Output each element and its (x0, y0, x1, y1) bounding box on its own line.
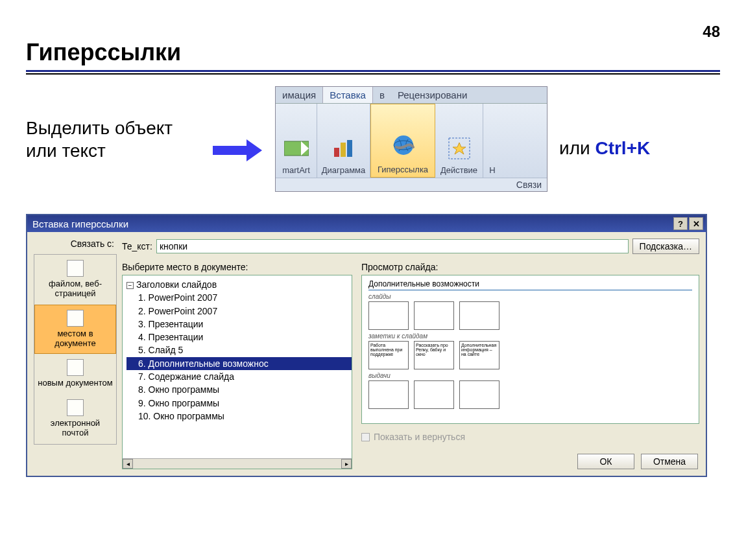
tree-item[interactable]: 1. PowerPoint 2007 (126, 291, 352, 304)
help-button[interactable]: ? (673, 217, 688, 230)
ribbon-tab-review[interactable]: Рецензировани (391, 87, 474, 103)
text-label: Те_кст: (122, 241, 152, 251)
tree-item[interactable]: 5. Слайд 5 (126, 344, 352, 356)
ribbon-btn-chart[interactable]: Диаграмма (317, 104, 370, 178)
preview-section-slides: слайды (368, 293, 692, 300)
ribbon-btn-extra[interactable]: Н (483, 104, 501, 178)
ribbon-tab-animation[interactable]: имация (276, 87, 322, 103)
extra-icon (479, 135, 505, 161)
close-button[interactable]: ✕ (689, 217, 703, 230)
preview-label: Просмотр слайда: (361, 262, 699, 272)
slide-thumb (459, 301, 499, 330)
slide-thumb (368, 301, 409, 330)
tree-item-selected[interactable]: 6. Дополнительные возможнос (126, 357, 352, 370)
hint-button[interactable]: Подсказка… (632, 239, 699, 254)
dialog-title-text: Вставка гиперссылки (32, 218, 128, 229)
link-text-input[interactable] (156, 239, 629, 253)
svg-rect-2 (334, 148, 339, 157)
preview-section-handouts: выдачи (368, 372, 692, 379)
slide-tree[interactable]: −Заголовки слайдов 1. PowerPoint 2007 2.… (122, 275, 352, 469)
slide-thumb (414, 301, 454, 330)
slide-thumb: Рассказать про Репку, бабку и окно (414, 341, 454, 369)
show-return-checkbox (361, 433, 370, 441)
show-return-label: Показать и вернуться (374, 432, 465, 442)
globe-link-icon (390, 135, 416, 161)
link-to-new-doc[interactable]: новым документом (34, 354, 116, 394)
email-icon (67, 399, 84, 416)
tree-item[interactable]: 10. Окно программы (126, 410, 352, 423)
slide-preview: Дополнительные возможности слайды заметк… (361, 275, 699, 424)
instruction-text: Выделить объект или текст (26, 117, 201, 162)
link-to-file-web[interactable]: файлом, веб-страницей (34, 255, 116, 305)
new-doc-icon (67, 359, 84, 376)
tree-item[interactable]: 7. Содержание слайда (126, 370, 352, 383)
title-rule (26, 70, 720, 72)
ok-button[interactable]: ОК (577, 454, 634, 469)
hotkey-hint: или Ctrl+K (559, 138, 650, 159)
chart-icon (331, 135, 357, 161)
tree-item[interactable]: 4. Презентации (126, 331, 352, 344)
preview-section-notes: заметки к слайдам (368, 332, 692, 340)
smartart-icon (283, 135, 309, 161)
svg-rect-3 (341, 143, 346, 157)
tree-item[interactable]: 2. PowerPoint 2007 (126, 305, 352, 318)
tree-label: Выберите место в документе: (122, 262, 352, 272)
tree-item[interactable]: 8. Окно программы (126, 383, 352, 396)
slide-thumb: Дополнительная информация – на сайте (459, 341, 499, 369)
arrow-icon (213, 139, 263, 161)
file-web-icon (67, 260, 84, 277)
cancel-button[interactable]: Отмена (641, 454, 698, 469)
slide-thumb (368, 380, 409, 409)
link-to-label: Связать с: (34, 239, 117, 249)
scroll-left-icon[interactable]: ◂ (123, 459, 133, 469)
collapse-icon[interactable]: − (126, 282, 134, 289)
dialog-titlebar: Вставка гиперссылки ? ✕ (27, 215, 706, 232)
insert-hyperlink-dialog: Вставка гиперссылки ? ✕ Связать с: файло… (26, 214, 707, 477)
ribbon-tab-insert[interactable]: Вставка (322, 87, 373, 103)
link-to-list: файлом, веб-страницей местом в документе… (34, 254, 117, 445)
ribbon-btn-action[interactable]: Действие (435, 104, 483, 178)
svg-marker-8 (453, 143, 466, 154)
tree-item[interactable]: 9. Окно программы (126, 397, 352, 410)
place-in-doc-icon (67, 310, 84, 327)
ribbon-tab-v[interactable]: в (373, 87, 391, 103)
ribbon: имация Вставка в Рецензировани martArt Д… (275, 86, 547, 192)
ribbon-btn-hyperlink[interactable]: Гиперссылка (370, 104, 435, 178)
link-to-email[interactable]: электронной почтой (34, 394, 116, 444)
page-number: 48 (703, 23, 720, 41)
slide-thumb: Работа выполнена при поддержке (368, 341, 409, 369)
slide-thumb (414, 380, 454, 409)
ribbon-btn-smartart[interactable]: martArt (276, 104, 317, 178)
slide-thumb (459, 380, 499, 409)
preview-slide-title: Дополнительные возможности (368, 279, 692, 290)
link-to-place-in-doc[interactable]: местом в документе (34, 305, 116, 354)
horizontal-scrollbar[interactable]: ◂ ▸ (123, 458, 352, 469)
scroll-right-icon[interactable]: ▸ (341, 459, 352, 469)
action-icon (446, 135, 472, 161)
title-rule-under (26, 73, 720, 75)
tree-item[interactable]: 3. Презентации (126, 318, 352, 331)
page-title: Гиперссылки (26, 39, 720, 66)
ribbon-group-label: Связи (276, 178, 547, 191)
svg-rect-4 (347, 140, 352, 157)
